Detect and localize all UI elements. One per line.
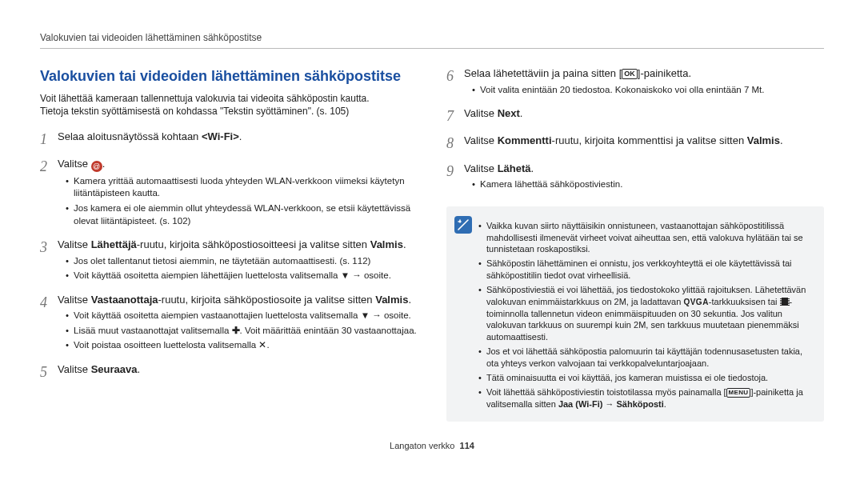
t: Valitse <box>464 162 498 174</box>
step-1: 1 Selaa aloitusnäytössä kohtaan <Wi-Fi>. <box>40 130 418 149</box>
step-2-post: . <box>102 158 106 170</box>
note-item: Tätä ominaisuutta ei voi käyttää, jos ka… <box>478 372 814 384</box>
t: Lisää muut vastaanottajat valitsemalla <box>74 326 232 335</box>
step-number: 4 <box>40 293 58 312</box>
step-1-pre: Selaa aloitusnäytössä kohtaan <box>58 130 202 142</box>
t: -ruutu, kirjoita sähköpostiosoitteesi ja… <box>137 238 370 250</box>
left-column: Valokuvien tai videoiden lähettäminen sä… <box>40 66 418 422</box>
t: . <box>138 363 141 375</box>
t: . <box>408 294 411 306</box>
t: Valitse <box>58 363 91 375</box>
step-5: 5 Valitse Seuraava. <box>40 362 418 382</box>
t: . <box>780 134 783 146</box>
note-icon <box>454 216 472 234</box>
intro-text: Voit lähettää kameraan tallennettuja val… <box>40 92 418 118</box>
note-item: Voit lähettää sähköpostiviestin toistoti… <box>478 386 814 410</box>
step-7: 7 Valitse Next. <box>446 106 824 126</box>
email-app-icon: @ <box>91 161 102 172</box>
step-2-text: Valitse @. <box>58 157 418 172</box>
bullet: Kamera yrittää automaattisesti luoda yht… <box>66 175 418 200</box>
note-box: Vaikka kuvan siirto näyttäisikin onnistu… <box>446 206 824 422</box>
arrow: → <box>602 399 616 409</box>
step-2-bullets: Kamera yrittää automaattisesti luoda yht… <box>58 175 418 227</box>
step-4-bullets: Voit käyttää osoitetta aiempien vastaano… <box>58 310 418 352</box>
bullet: Voit käyttää osoitetta aiempien vastaano… <box>66 310 418 322</box>
step-number: 9 <box>446 162 464 181</box>
bullet: Jos kamera ei ole aiemmin ollut yhteydes… <box>66 202 418 227</box>
bullet: Voit käyttää osoitetta aiempien lähettäj… <box>66 270 418 282</box>
ok-button-icon: OK <box>622 69 638 79</box>
t: Valitse <box>464 107 498 119</box>
t: . <box>531 162 534 174</box>
t: Valitse <box>58 294 91 306</box>
step-2-pre: Valitse <box>58 158 91 170</box>
page-number: 114 <box>460 441 474 450</box>
bullet: Kamera lähettää sähköpostiviestin. <box>472 178 824 191</box>
step-7-text: Valitse Next. <box>464 106 824 121</box>
t: Selaa lähetettäviin ja paina sitten [ <box>464 67 622 79</box>
send-label: Lähetä <box>498 162 531 174</box>
step-6-text: Selaa lähetettäviin ja paina sitten [OK]… <box>464 66 824 81</box>
comment-label: Kommentti <box>498 134 552 146</box>
t: Valitse <box>464 134 498 146</box>
step-4-text: Valitse Vastaanottaja-ruutu, kirjoita sä… <box>58 293 418 307</box>
running-title: Valokuvien tai videoiden lähettäminen sä… <box>40 32 824 43</box>
done-label: Valmis <box>370 238 403 250</box>
step-number: 2 <box>40 157 58 176</box>
step-6: 6 Selaa lähetettäviin ja paina sitten [O… <box>446 66 824 98</box>
sender-label: Lähettäjä <box>91 238 137 250</box>
step-3-bullets: Jos olet tallentanut tietosi aiemmin, ne… <box>58 255 418 282</box>
note-bullets: Vaikka kuvan siirto näyttäisikin onnistu… <box>478 218 814 413</box>
t: -ruutu, kirjoita sähköpostiosoite ja val… <box>158 294 376 306</box>
note-item: Vaikka kuvan siirto näyttäisikin onnistu… <box>478 220 814 256</box>
footer-section: Langaton verkko <box>390 441 454 450</box>
step-number: 7 <box>446 106 464 126</box>
right-column: 6 Selaa lähetettäviin ja paina sitten [O… <box>446 66 824 422</box>
intro-line-a: Voit lähettää kameraan tallennettuja val… <box>40 93 370 104</box>
step-number: 8 <box>446 134 464 153</box>
wifi-tag: <Wi-Fi> <box>202 130 239 142</box>
step-6-bullets: Voit valita enintään 20 tiedostoa. Kokon… <box>464 84 824 97</box>
t: . Voit määrittää enintään 30 vastaanotta… <box>240 326 417 335</box>
t: . <box>520 107 523 119</box>
step-9: 9 Valitse Lähetä. Kamera lähettää sähköp… <box>446 162 824 194</box>
bullet: Jos olet tallentanut tietosi aiemmin, ne… <box>66 255 418 268</box>
t: -ruutu, kirjoita kommenttisi ja valitse … <box>552 134 747 146</box>
step-3: 3 Valitse Lähettäjä-ruutu, kirjoita sähk… <box>40 238 418 285</box>
intro-line-b: Tietoja tekstin syöttämisestä on kohdass… <box>40 106 349 117</box>
bullet: Voit valita enintään 20 tiedostoa. Kokon… <box>472 84 824 97</box>
plus-icon: ✚ <box>232 326 240 335</box>
columns: Valokuvien tai videoiden lähettäminen sä… <box>40 66 824 422</box>
page-footer: Langaton verkko 114 <box>40 441 824 450</box>
step-3-text: Valitse Lähettäjä-ruutu, kirjoita sähköp… <box>58 238 418 252</box>
t: Valitse <box>58 238 91 250</box>
step-4: 4 Valitse Vastaanottaja-ruutu, kirjoita … <box>40 293 418 354</box>
note-item: Sähköpostin lähettäminen ei onnistu, jos… <box>478 258 814 282</box>
share-wifi-label: Jaa (Wi-Fi) <box>558 399 603 409</box>
menu-button-icon: MENU <box>726 388 751 398</box>
page-root: Valokuvien tai videoiden lähettäminen sä… <box>0 0 864 466</box>
recipient-label: Vastaanottaja <box>91 294 158 306</box>
film-icon <box>780 298 790 306</box>
done-label: Valmis <box>375 294 408 306</box>
step-number: 5 <box>40 362 58 382</box>
next-label: Next <box>498 107 520 119</box>
qvga-icon: QVGA <box>683 297 708 308</box>
step-2: 2 Valitse @. Kamera yrittää automaattise… <box>40 157 418 230</box>
step-number: 1 <box>40 130 58 149</box>
t: ]-painiketta. <box>638 67 691 79</box>
next-label: Seuraava <box>91 363 138 375</box>
step-8-text: Valitse Kommentti-ruutu, kirjoita kommen… <box>464 134 824 148</box>
bullet: Lisää muut vastaanottajat valitsemalla ✚… <box>66 325 418 338</box>
step-9-text: Valitse Lähetä. <box>464 162 824 176</box>
step-1-post: . <box>239 130 242 142</box>
t: . <box>403 238 406 250</box>
t: -tarkkuuksisen tai <box>709 297 780 306</box>
step-9-bullets: Kamera lähettää sähköpostiviestin. <box>464 178 824 191</box>
step-1-text: Selaa aloitusnäytössä kohtaan <Wi-Fi>. <box>58 130 418 144</box>
step-5-text: Valitse Seuraava. <box>58 362 418 377</box>
section-title: Valokuvien tai videoiden lähettäminen sä… <box>40 66 418 86</box>
email-label: Sähköposti <box>617 399 664 409</box>
bullet: Voit poistaa osoitteen luettelosta valit… <box>66 339 418 352</box>
step-8: 8 Valitse Kommentti-ruutu, kirjoita komm… <box>446 134 824 153</box>
